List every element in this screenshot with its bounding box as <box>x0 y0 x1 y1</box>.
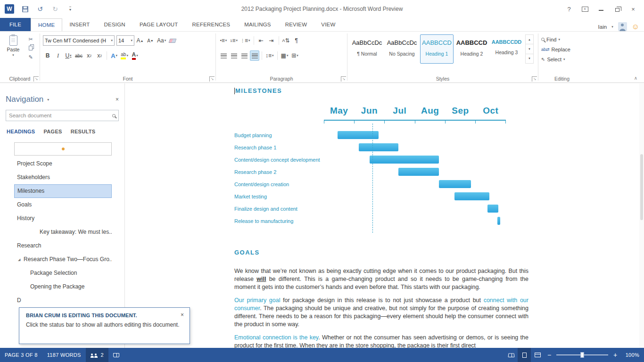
line-spacing-button[interactable]: ↕≡▾ <box>264 50 275 61</box>
nav-tab-pages[interactable]: PAGES <box>43 129 62 134</box>
close-button[interactable]: × <box>625 3 641 15</box>
page-indicator[interactable]: PAGE 3 OF 8 <box>0 348 42 362</box>
gallery-down-button[interactable]: ▼ <box>526 44 533 54</box>
navigation-options-dropdown[interactable]: ▾ <box>47 98 49 102</box>
undo-button[interactable]: ↺ <box>36 5 44 13</box>
ribbon-tab-home[interactable]: HOME <box>31 18 62 32</box>
align-center-button[interactable] <box>229 50 239 61</box>
zoom-slider-thumb[interactable] <box>581 352 584 358</box>
user-dropdown-icon[interactable]: ▾ <box>611 25 613 29</box>
avatar[interactable] <box>618 22 627 31</box>
styles-dialog-launcher[interactable]: ↘ <box>532 76 537 82</box>
find-button[interactable]: Find▾ <box>541 35 584 43</box>
nav-item[interactable]: ◢Research <box>14 239 112 253</box>
sort-button[interactable]: A⇅ <box>281 35 291 46</box>
qat-customize-button[interactable]: ▾ <box>66 5 74 13</box>
bold-button[interactable]: B <box>43 50 52 61</box>
subscript-button[interactable]: x2 <box>84 50 94 61</box>
style-nospacing[interactable]: AaBbCcDcNo Spacing <box>385 34 419 64</box>
ribbon-tab-insert[interactable]: INSERT <box>62 18 97 31</box>
multilevel-list-button[interactable]: ⋮≡▾ <box>239 35 251 46</box>
nav-tab-results[interactable]: RESULTS <box>71 129 96 134</box>
ribbon-tab-mailings[interactable]: MAILINGS <box>237 18 278 31</box>
word-count[interactable]: 1187 WORDS <box>42 348 86 362</box>
style-h3[interactable]: AABBCCDDHeading 3 <box>490 34 523 64</box>
bullets-button[interactable]: •≡▾ <box>219 35 228 46</box>
nav-thumbnail-box[interactable] <box>14 142 112 156</box>
print-layout-button[interactable] <box>518 348 531 362</box>
coauthors-indicator[interactable]: 2 <box>86 348 108 362</box>
decrease-indent-button[interactable]: ⇤ <box>256 35 266 46</box>
search-icon[interactable] <box>112 114 116 117</box>
nav-item[interactable]: ◢Research Phase Two—Focus Gro... <box>14 253 112 266</box>
minimize-button[interactable] <box>593 3 609 15</box>
collapse-ribbon-button[interactable]: ∧ <box>634 75 637 81</box>
justify-button[interactable] <box>250 50 259 61</box>
scrollbar-thumb[interactable] <box>640 154 643 220</box>
style-h1[interactable]: AABBCCDHeading 1 <box>420 34 454 64</box>
select-button[interactable]: ⇖Select▾ <box>541 55 584 63</box>
style-h2[interactable]: AABBCCDHeading 2 <box>455 34 488 64</box>
collapse-triangle-icon[interactable]: ◢ <box>18 253 20 266</box>
ribbon-tab-review[interactable]: REVIEW <box>278 18 314 31</box>
vertical-scrollbar[interactable] <box>639 83 644 348</box>
replace-button[interactable]: ab⇄Replace <box>541 45 584 53</box>
shrink-font-button[interactable]: A▼ <box>146 35 155 46</box>
ribbon-tab-view[interactable]: VIEW <box>314 18 342 31</box>
zoom-percentage[interactable]: 100% <box>620 352 639 358</box>
web-layout-button[interactable] <box>531 348 544 362</box>
navigation-close-button[interactable]: × <box>116 96 119 103</box>
italic-button[interactable]: I <box>53 50 63 61</box>
text-effects-button[interactable]: A▾ <box>109 50 119 61</box>
search-input[interactable] <box>9 113 112 118</box>
nav-item[interactable]: Stakeholders <box>14 171 112 184</box>
increase-indent-button[interactable]: ⇥ <box>267 35 276 46</box>
clipboard-dialog-launcher[interactable]: ↘ <box>33 76 39 82</box>
ribbon-tab-file[interactable]: FILE <box>0 18 31 31</box>
user-name[interactable]: Iain <box>598 24 607 30</box>
nav-item[interactable]: Goals <box>14 198 112 212</box>
numbering-button[interactable]: 1≡▾ <box>229 35 239 46</box>
change-case-button[interactable]: Aa▾ <box>156 35 167 46</box>
align-left-button[interactable] <box>219 50 228 61</box>
word-app-icon[interactable]: W <box>5 4 14 14</box>
redo-button[interactable]: ↻ <box>51 5 59 13</box>
zoom-slider[interactable] <box>556 354 608 355</box>
font-size-combo[interactable]: 14▾ <box>116 35 134 46</box>
restore-button[interactable] <box>609 3 625 15</box>
highlight-button[interactable]: ab▾ <box>120 50 129 61</box>
gallery-up-button[interactable]: ▲ <box>526 35 533 44</box>
style-normal[interactable]: AaBbCcDc¶ Normal <box>350 34 384 64</box>
ribbon-tab-page-layout[interactable]: PAGE LAYOUT <box>132 18 185 31</box>
nav-item[interactable]: Opening the Package <box>14 280 112 294</box>
alert-close-button[interactable]: × <box>181 312 184 318</box>
strikethrough-button[interactable]: abc <box>74 50 83 61</box>
font-dialog-launcher[interactable]: ↘ <box>209 76 215 82</box>
proofing-indicator[interactable] <box>108 348 124 362</box>
nav-tab-headings[interactable]: HEADINGS <box>7 129 35 134</box>
font-name-combo[interactable]: Tw Cen MT Condensed (H▾ <box>43 35 115 46</box>
underline-button[interactable]: U▾ <box>64 50 73 61</box>
grow-font-button[interactable]: A▲ <box>135 35 145 46</box>
zoom-in-button[interactable]: + <box>610 351 620 359</box>
cut-button[interactable]: ✂ <box>26 35 35 43</box>
document-page[interactable]: MILESTONES MayJunJulAugSepOct Budget pla… <box>189 83 574 348</box>
borders-button[interactable]: ⊞▾ <box>290 50 300 61</box>
nav-item[interactable]: Package Selection <box>14 266 112 280</box>
ribbon-tab-design[interactable]: DESIGN <box>97 18 132 31</box>
ribbon-tab-references[interactable]: REFERENCES <box>185 18 238 31</box>
gallery-more-button[interactable]: ▼ <box>526 54 533 63</box>
format-painter-button[interactable]: ✎ <box>26 53 35 61</box>
align-right-button[interactable] <box>239 50 249 61</box>
copy-button[interactable] <box>26 44 35 52</box>
shading-button[interactable]: ▦▾ <box>280 50 289 61</box>
nav-item[interactable]: ◢History <box>14 212 112 225</box>
feedback-smiley-icon[interactable]: ☺ <box>632 23 639 31</box>
save-button[interactable] <box>21 5 29 13</box>
nav-item[interactable]: ◢D <box>14 294 112 307</box>
nav-item[interactable]: Milestones <box>14 184 112 198</box>
show-formatting-marks-button[interactable]: ¶ <box>292 35 301 46</box>
superscript-button[interactable]: x2 <box>95 50 104 61</box>
read-mode-button[interactable] <box>504 348 518 362</box>
nav-item[interactable]: Key takeaway: We must les... <box>14 225 112 239</box>
